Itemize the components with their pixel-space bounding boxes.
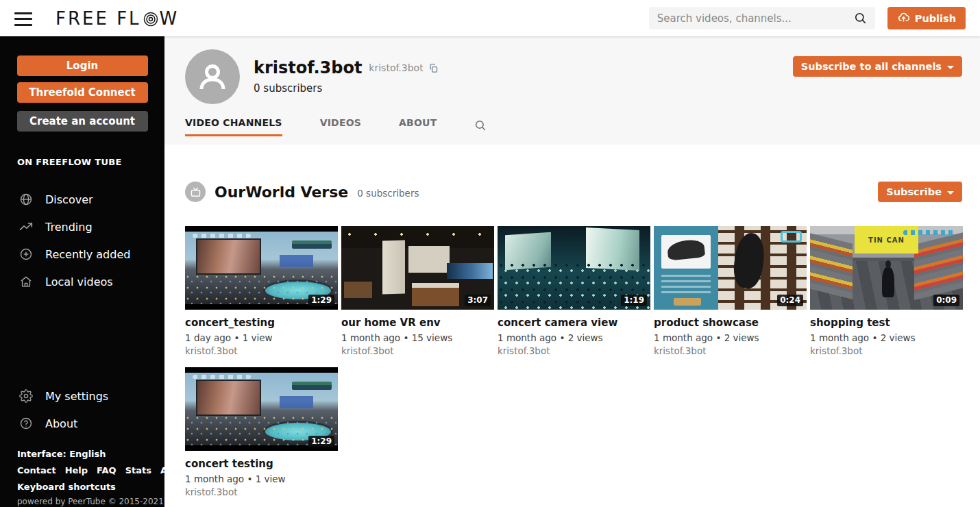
video-channel[interactable]: kristof.3bot	[498, 345, 650, 356]
gear-icon	[19, 389, 33, 403]
video-title[interactable]: product showcase	[654, 317, 807, 329]
chevron-down-icon	[947, 191, 954, 195]
create-account-button[interactable]: Create an account	[17, 111, 148, 132]
link-faq[interactable]: FAQ	[97, 465, 117, 475]
video-channel[interactable]: kristof.3bot	[654, 345, 807, 356]
video-meta: 1 month ago • 1 view	[185, 473, 338, 484]
main-content: kristof.3bot kristof.3bot 0 subscribers …	[164, 36, 980, 507]
video-meta: 1 month ago • 15 views	[341, 332, 494, 343]
video-card[interactable]: 3:07 our home VR env 1 month ago • 15 vi…	[341, 226, 494, 356]
sidebar-section-title: ON FREEFLOW TUBE	[17, 157, 164, 167]
link-stats[interactable]: Stats	[125, 465, 151, 475]
duration-badge: 0:24	[777, 295, 803, 306]
tab-video-channels[interactable]: VIDEO CHANNELS	[185, 117, 282, 136]
channel-avatar[interactable]	[185, 182, 206, 202]
account-subscribers: 0 subscribers	[254, 82, 439, 95]
sidebar-nav: Discover Trending Recently added Local v…	[0, 186, 164, 295]
video-meta: 1 month ago • 2 views	[810, 332, 963, 343]
link-api[interactable]: API	[160, 465, 177, 475]
video-meta: 1 month ago • 2 views	[498, 332, 650, 343]
video-meta: 1 month ago • 2 views	[654, 332, 807, 343]
channel-subscribers: 0 subscribers	[357, 188, 419, 199]
sidebar-item-about[interactable]: About	[0, 410, 164, 437]
video-title[interactable]: concert_testing	[185, 317, 338, 329]
upload-cloud-icon	[897, 12, 910, 25]
globe-icon	[19, 193, 33, 206]
trending-up-icon	[19, 220, 33, 234]
plus-circle-icon	[19, 247, 33, 261]
top-bar: FREE FL W Publish	[0, 0, 980, 36]
threefold-connect-button[interactable]: Threefold Connect	[17, 82, 148, 103]
account-handle: kristof.3bot	[369, 62, 423, 73]
video-thumbnail[interactable]: 1:29	[185, 226, 338, 310]
copy-handle-icon[interactable]	[428, 63, 439, 73]
account-search-icon[interactable]	[474, 119, 487, 136]
tab-videos[interactable]: VIDEOS	[320, 117, 361, 136]
account-header: kristof.3bot kristof.3bot 0 subscribers …	[164, 36, 980, 145]
duration-badge: 1:19	[621, 295, 647, 306]
freeflow-logo[interactable]: FREE FL W	[56, 8, 179, 29]
video-channel[interactable]: kristof.3bot	[185, 345, 338, 356]
video-thumbnail[interactable]: TIN CAN 0:09	[810, 226, 963, 310]
video-channel[interactable]: kristof.3bot	[810, 345, 963, 356]
copyright-label: © 2015-2021	[108, 497, 164, 506]
duration-badge: 3:07	[465, 295, 491, 306]
sidebar-item-my-settings[interactable]: My settings	[0, 382, 164, 410]
subscribe-button[interactable]: Subscribe	[878, 182, 962, 202]
powered-by[interactable]: powered by PeerTube © 2015-2021	[17, 497, 164, 506]
sidebar-secondary-nav: My settings About	[0, 382, 164, 437]
sidebar-footer: Interface: English Contact Help FAQ Stat…	[17, 449, 164, 506]
link-help[interactable]: Help	[65, 465, 88, 475]
spiral-o-icon	[143, 11, 159, 27]
chevron-down-icon	[947, 66, 954, 69]
subscribe-label: Subscribe	[886, 186, 942, 197]
video-card[interactable]: 1:19 concert camera view 1 month ago • 2…	[498, 226, 650, 356]
video-thumbnail[interactable]: 0:24	[654, 226, 807, 310]
duration-badge: 1:29	[308, 436, 334, 447]
video-thumbnail[interactable]: 1:19	[498, 226, 650, 310]
video-thumbnail[interactable]: 1:29	[185, 367, 338, 451]
login-button[interactable]: Login	[17, 55, 148, 76]
account-tabs: VIDEO CHANNELS VIDEOS ABOUT	[185, 117, 962, 136]
video-meta: 1 day ago • 1 view	[185, 332, 338, 343]
duration-badge: 1:29	[308, 295, 334, 306]
sidebar: Login Threefold Connect Create an accoun…	[0, 36, 164, 507]
home-icon	[19, 275, 33, 288]
video-card[interactable]: 0:24 product showcase 1 month ago • 2 vi…	[654, 226, 807, 356]
channel-name[interactable]: OurWorld Verse	[215, 184, 348, 201]
menu-icon[interactable]	[14, 12, 32, 26]
search-icon[interactable]	[854, 12, 867, 25]
tv-icon	[190, 186, 201, 198]
video-thumbnail[interactable]: 3:07	[341, 226, 494, 310]
search-input[interactable]	[657, 12, 854, 25]
nav-label: Local videos	[45, 275, 113, 288]
nav-label: My settings	[45, 390, 108, 403]
channel-header: OurWorld Verse 0 subscribers Subscribe	[185, 180, 962, 203]
account-avatar[interactable]	[185, 49, 240, 104]
link-contact[interactable]: Contact	[17, 465, 56, 475]
video-channel[interactable]: kristof.3bot	[185, 486, 338, 497]
video-card[interactable]: 1:29 concert testing 1 month ago • 1 vie…	[185, 367, 338, 497]
video-grid: 1:29 concert_testing 1 day ago • 1 view …	[185, 226, 963, 497]
channel-section: OurWorld Verse 0 subscribers Subscribe 1…	[164, 145, 980, 497]
video-channel[interactable]: kristof.3bot	[341, 345, 494, 356]
keyboard-shortcuts-link[interactable]: Keyboard shortcuts	[17, 482, 164, 492]
sidebar-item-recently-added[interactable]: Recently added	[0, 240, 164, 268]
video-title[interactable]: our home VR env	[341, 317, 494, 329]
duration-badge: 0:09	[933, 295, 959, 306]
video-title[interactable]: concert camera view	[498, 317, 650, 329]
person-icon	[195, 59, 230, 95]
sidebar-item-local-videos[interactable]: Local videos	[0, 268, 164, 295]
tab-about[interactable]: ABOUT	[399, 117, 437, 136]
footer-links: Contact Help FAQ Stats API	[17, 465, 164, 475]
video-title[interactable]: shopping test	[810, 317, 963, 329]
subscribe-all-button[interactable]: Subscribe to all channels	[793, 56, 962, 77]
publish-label: Publish	[915, 13, 956, 24]
sidebar-item-trending[interactable]: Trending	[0, 213, 164, 240]
video-card[interactable]: TIN CAN 0:09 shopping test 1 month ago •…	[810, 226, 963, 356]
publish-button[interactable]: Publish	[887, 7, 966, 29]
sidebar-item-discover[interactable]: Discover	[0, 186, 164, 213]
video-title[interactable]: concert testing	[185, 458, 338, 470]
interface-language[interactable]: Interface: English	[17, 449, 164, 459]
video-card[interactable]: 1:29 concert_testing 1 day ago • 1 view …	[185, 226, 338, 356]
